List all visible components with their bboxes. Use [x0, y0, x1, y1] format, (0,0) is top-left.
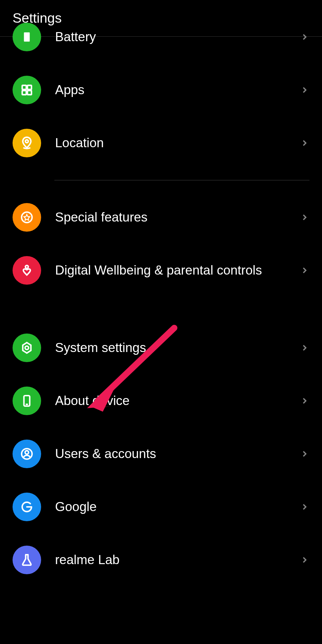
- chevron-right-icon: [300, 265, 309, 275]
- chevron-right-icon: [300, 502, 309, 512]
- settings-item-label: Special features: [55, 209, 300, 226]
- chevron-right-icon: [300, 85, 309, 95]
- gear-icon: [13, 334, 41, 362]
- star-badge-icon: [13, 203, 41, 232]
- settings-item-label: Digital Wellbeing & parental controls: [55, 262, 300, 279]
- settings-item-digital-wellbeing[interactable]: Digital Wellbeing & parental controls: [13, 244, 309, 297]
- group-gap: [13, 297, 309, 321]
- settings-item-system-settings[interactable]: System settings: [13, 321, 309, 374]
- settings-item-label: System settings: [55, 339, 300, 356]
- settings-item-label: Location: [55, 135, 300, 151]
- chevron-right-icon: [300, 343, 309, 353]
- chevron-right-icon: [300, 396, 309, 406]
- settings-item-about-device[interactable]: About device: [13, 374, 309, 427]
- settings-item-label: Users & accounts: [55, 445, 300, 462]
- divider: [54, 180, 309, 180]
- settings-item-label: realme Lab: [55, 552, 300, 568]
- battery-icon: [13, 23, 41, 51]
- svg-point-13: [25, 451, 29, 454]
- settings-item-special-features[interactable]: Special features: [13, 191, 309, 244]
- chevron-right-icon: [300, 449, 309, 459]
- svg-marker-8: [23, 343, 31, 353]
- svg-point-7: [25, 265, 28, 268]
- settings-item-label: Apps: [55, 82, 300, 98]
- settings-item-google[interactable]: Google: [13, 480, 309, 533]
- apps-icon: [13, 76, 41, 104]
- svg-rect-3: [22, 91, 26, 95]
- settings-item-battery[interactable]: Battery: [13, 23, 309, 63]
- svg-rect-0: [24, 32, 30, 42]
- chevron-right-icon: [300, 212, 309, 222]
- settings-item-users-accounts[interactable]: Users & accounts: [13, 427, 309, 480]
- svg-point-5: [25, 140, 28, 143]
- google-icon: [13, 493, 41, 521]
- wellbeing-icon: [13, 256, 41, 285]
- device-icon: [13, 387, 41, 415]
- settings-item-label: About device: [55, 392, 300, 409]
- chevron-right-icon: [300, 555, 309, 565]
- svg-rect-2: [28, 85, 32, 90]
- lab-icon: [13, 546, 41, 574]
- settings-item-realme-lab[interactable]: realme Lab: [13, 533, 309, 586]
- chevron-right-icon: [300, 32, 309, 42]
- svg-rect-4: [28, 91, 32, 95]
- svg-point-9: [25, 346, 29, 350]
- user-icon: [13, 440, 41, 468]
- settings-item-label: Battery: [55, 29, 300, 45]
- svg-rect-1: [22, 85, 26, 90]
- chevron-right-icon: [300, 138, 309, 148]
- settings-item-label: Google: [55, 499, 300, 515]
- settings-list: Battery Apps Location Special features D…: [0, 23, 322, 586]
- location-icon: [13, 129, 41, 157]
- settings-item-apps[interactable]: Apps: [13, 63, 309, 117]
- settings-item-location[interactable]: Location: [13, 117, 309, 170]
